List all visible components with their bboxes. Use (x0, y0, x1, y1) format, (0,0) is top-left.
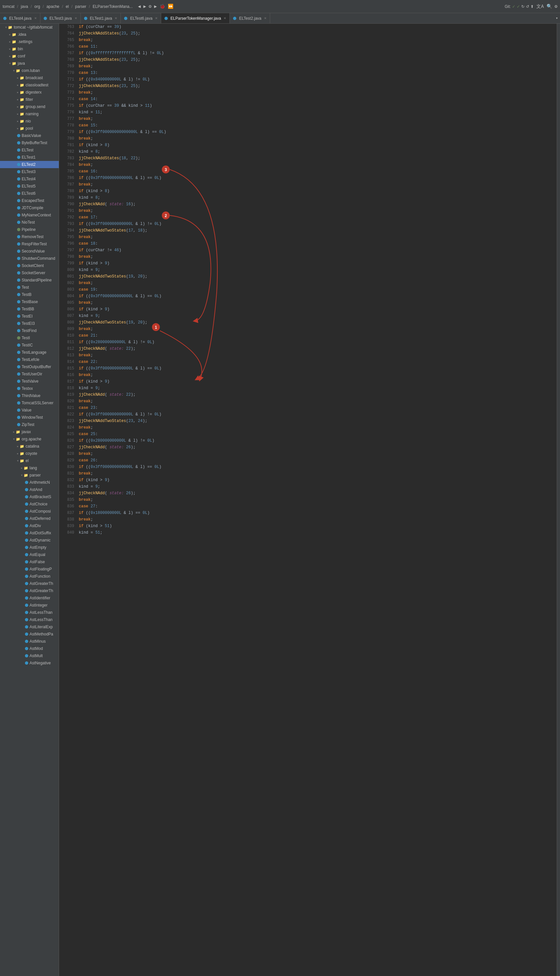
sidebar-item-eltest4[interactable]: ELTest4 (0, 175, 59, 183)
sidebar-item-astdeferred[interactable]: AstDeferred (0, 515, 59, 522)
translate-icon[interactable]: 文A (537, 3, 543, 10)
line-content[interactable]: case 18: (76, 240, 557, 247)
run-icon[interactable]: ▶ (154, 3, 157, 9)
sidebar-item-testlanguage[interactable]: TestLanguage (0, 349, 59, 356)
sidebar-item-astinteger[interactable]: AstInteger (0, 602, 59, 609)
sidebar-root[interactable]: 📁 tomcat ~/gitlab/tomcat (0, 23, 59, 31)
tab-eltest1[interactable]: ELTest1.java ✕ (81, 13, 121, 23)
resume-icon[interactable]: ⏩ (168, 3, 173, 9)
sidebar-item-bytebuffertest[interactable]: ByteBufferTest (0, 139, 59, 147)
sidebar-item-astfalse[interactable]: AstFalse (0, 558, 59, 566)
sidebar-item-catalina[interactable]: 📁 catalina (0, 443, 59, 450)
sidebar-item-testei[interactable]: TestEI (0, 313, 59, 320)
line-content[interactable]: break; (76, 115, 557, 122)
sidebar-item-astdotsuffix[interactable]: AstDotSuffix (0, 529, 59, 537)
line-content[interactable]: break; (76, 63, 557, 70)
sidebar-item-settings[interactable]: 📁 .settings (0, 38, 59, 45)
line-content[interactable]: jjCheckNAddTwoStates(23, 24); (76, 418, 557, 424)
line-content[interactable]: if (kind > 8) (76, 188, 557, 194)
sidebar-item-pool[interactable]: 📁 pool (0, 125, 59, 132)
line-content[interactable]: break; (76, 234, 557, 240)
line-content[interactable]: case 27: (76, 503, 557, 510)
line-content[interactable]: jjCheckNAddStates(23, 25); (76, 57, 557, 63)
tab-eltest2[interactable]: ELTest2.java ✕ (230, 13, 270, 23)
sidebar-item-eltest6[interactable]: ELTest6 (0, 190, 59, 197)
sidebar-item-comluban[interactable]: 📁 com.luban (0, 67, 59, 74)
sidebar-item-filter[interactable]: 📁 filter (0, 96, 59, 103)
line-content[interactable]: break; (76, 37, 557, 43)
sidebar-item-testb[interactable]: TestB (0, 291, 59, 298)
line-content[interactable]: kind = 8; (76, 194, 557, 201)
sidebar-item-digesterx[interactable]: 📁 digesterx (0, 88, 59, 96)
line-content[interactable]: kind = 9; (76, 313, 557, 319)
sidebar-item-astmod[interactable]: AstMod (0, 645, 59, 652)
tab-elparsertokenmanager[interactable]: ELParserTokenManager.java ✕ (161, 13, 230, 23)
sidebar-item-removetest[interactable]: RemoveTest (0, 233, 59, 240)
sidebar-item-nio[interactable]: 📁 nio (0, 118, 59, 125)
bc-org[interactable]: org (35, 4, 40, 9)
sidebar-item-astnegative[interactable]: AstNegative (0, 659, 59, 667)
line-content[interactable]: kind = 8; (76, 148, 557, 155)
sidebar-item-astlessthan1[interactable]: AstLessThan (0, 609, 59, 616)
line-content[interactable]: break; (76, 300, 557, 306)
line-content[interactable]: if ((0x8400000000L & l) != 0L) (76, 76, 557, 83)
sidebar-item-conf[interactable]: 📁 conf (0, 53, 59, 60)
sidebar-item-astand[interactable]: AstAnd (0, 486, 59, 493)
sidebar-item-socketclient[interactable]: SocketClient (0, 262, 59, 269)
sidebar-item-astdiv[interactable]: AstDiv (0, 522, 59, 529)
line-content[interactable]: if (kind > 8) (76, 142, 557, 148)
line-content[interactable]: break; (76, 326, 557, 332)
sidebar-item-testic[interactable]: TestIC (0, 342, 59, 349)
sidebar-item-naming[interactable]: 📁 naming (0, 110, 59, 118)
sidebar-item-shutdwncommand[interactable]: ShutdwnCommand (0, 255, 59, 262)
tab-eltest3[interactable]: ELTest3.java ✕ (40, 13, 81, 23)
sidebar-item-testvalve[interactable]: TestValve (0, 378, 59, 385)
line-content[interactable]: if ((0x3ff00000000000000L & l) == 0L) (76, 129, 557, 135)
bc-java[interactable]: java (21, 4, 28, 9)
search-icon[interactable]: 🔍 (547, 3, 552, 9)
sidebar-item-astchoice[interactable]: AstChoice (0, 501, 59, 508)
sidebar-item-idea[interactable]: 📁 .idea (0, 31, 59, 38)
sidebar-item-secondvalue[interactable]: SecondValue (0, 248, 59, 255)
git-sync-icon[interactable]: ↻ (521, 4, 525, 9)
sidebar-item-eltest[interactable]: ELTest (0, 147, 59, 154)
bc-el[interactable]: el (66, 4, 68, 9)
line-content[interactable]: jjCheckNAddStates(18, 22); (76, 155, 557, 162)
line-content[interactable]: break; (76, 497, 557, 503)
line-content[interactable]: if (curChar != 46) (76, 247, 557, 254)
sidebar-item-test[interactable]: Test (0, 284, 59, 291)
sidebar-item-eltest3[interactable]: ELTest3 (0, 168, 59, 175)
line-content[interactable]: break; (76, 207, 557, 214)
settings-icon[interactable]: ⚙ (555, 3, 557, 9)
sidebar-item-astidentifier[interactable]: AstIdentifier (0, 594, 59, 602)
sidebar-item-standardpipeline[interactable]: StandardPipeline (0, 277, 59, 284)
sidebar-item-astliteralexp[interactable]: AstLiteralExp (0, 623, 59, 631)
sidebar-item-eltest1[interactable]: ELTest1 (0, 154, 59, 161)
sidebar-item-testi[interactable]: TestI (0, 334, 59, 342)
sidebar-item-arithmeticn[interactable]: ArithmeticN (0, 479, 59, 486)
line-content[interactable]: jjCheckNAddTwoStates(19, 20); (76, 273, 557, 280)
line-content[interactable]: break; (76, 424, 557, 431)
line-content[interactable]: case 26: (76, 457, 557, 464)
line-content[interactable]: case 15: (76, 122, 557, 129)
sidebar-item-windowtest[interactable]: WindowTest (0, 414, 59, 421)
build-icon[interactable]: ⚙ (149, 3, 151, 9)
line-content[interactable]: jjCheckNAddStates(23, 25); (76, 83, 557, 89)
sidebar-item-el[interactable]: 📁 el (0, 457, 59, 464)
line-content[interactable]: kind = 9; (76, 484, 557, 490)
sidebar-item-testoutputbuffer[interactable]: TestOutputBuffer (0, 363, 59, 370)
sidebar-item-groupsend[interactable]: 📁 group.send (0, 103, 59, 110)
line-content[interactable]: break; (76, 372, 557, 378)
sidebar-item-astminus[interactable]: AstMinus (0, 638, 59, 645)
tab-close-icon[interactable]: ✕ (155, 17, 158, 20)
line-content[interactable]: case 19: (76, 286, 557, 293)
line-content[interactable]: break; (76, 280, 557, 286)
sidebar-item-escapedtest[interactable]: EscapedTest (0, 197, 59, 204)
sidebar-item-testei3[interactable]: TestEI3 (0, 320, 59, 327)
back-icon[interactable]: ◀ (138, 3, 140, 9)
line-content[interactable]: if ((0x3ff000000000000L & l) != 0L) (76, 221, 557, 227)
sidebar-item-lang[interactable]: 📁 lang (0, 464, 59, 472)
sidebar-item-astlessthan2[interactable]: AstLessThan (0, 616, 59, 623)
line-content[interactable]: if ((0x3ff000000000000L & l) != 0L) (76, 411, 557, 418)
sidebar-item-astempty[interactable]: AstEmpty (0, 544, 59, 551)
